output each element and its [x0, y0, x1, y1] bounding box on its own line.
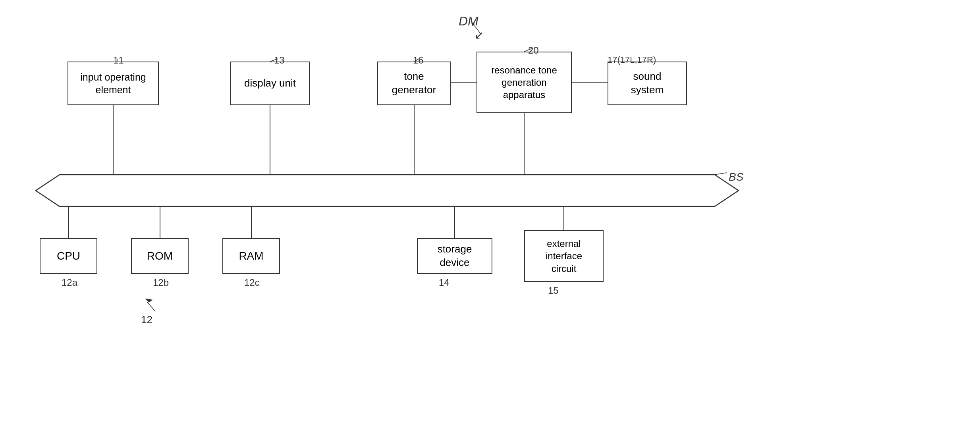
bs-label: BS — [729, 171, 743, 183]
ref-12b: 12b — [153, 277, 169, 288]
cpu-box: CPU — [40, 238, 97, 274]
ref-14: 14 — [439, 277, 449, 288]
svg-marker-0 — [36, 175, 739, 206]
diagram: DM ↙ BS input operatingelement 11 displa… — [0, 0, 980, 424]
diagram-title-label: DM — [459, 14, 478, 29]
ref-12a: 12a — [62, 277, 77, 288]
storage-device-box: storagedevice — [417, 238, 492, 274]
ref-12: 12 — [141, 314, 152, 326]
rom-box: ROM — [131, 238, 189, 274]
dm-arrow: ↙ — [475, 29, 484, 42]
sound-system-box: soundsystem — [608, 62, 687, 105]
input-operating-element-box: input operatingelement — [68, 62, 159, 105]
display-unit-box: display unit — [230, 62, 310, 105]
external-interface-box: externalinterfacecircuit — [524, 230, 604, 282]
svg-line-18 — [715, 173, 727, 175]
ref-20: 20 — [528, 45, 539, 56]
svg-line-16 — [147, 302, 155, 311]
ref-16: 16 — [413, 55, 424, 66]
tone-generator-box: tonegenerator — [377, 62, 451, 105]
ram-box: RAM — [222, 238, 280, 274]
svg-marker-17 — [145, 299, 153, 303]
ref-12c: 12c — [244, 277, 260, 288]
ref-11: 11 — [113, 55, 124, 66]
ref-13: 13 — [274, 55, 285, 66]
ref-15: 15 — [548, 285, 559, 296]
resonance-apparatus-box: resonance tonegenerationapparatus — [476, 52, 572, 113]
ref-17: 17(17L,17R) — [608, 55, 656, 65]
